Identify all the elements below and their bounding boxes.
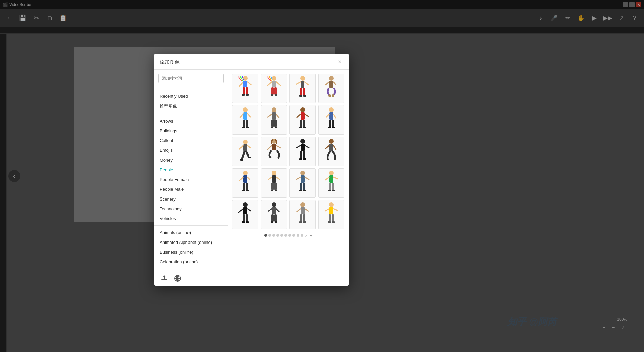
svg-point-52 [300,107,305,112]
person-figure-8 [321,106,341,133]
image-cell-2[interactable] [261,74,287,103]
image-cell-18[interactable] [261,200,287,229]
image-cell-14[interactable] [261,168,287,198]
svg-line-70 [239,145,243,149]
sidebar-item-vehicles[interactable]: Vehicles [154,214,228,223]
sidebar-item-arrows[interactable]: Arrows [154,116,228,126]
sidebar-item-recently-used[interactable]: Recently Used [154,91,228,101]
pagination-dot-6[interactable] [284,234,287,237]
sidebar-item-celebration-online[interactable]: Celebration (online) [154,257,228,267]
sidebar-item-scenery[interactable]: Scenery [154,194,228,204]
image-cell-10[interactable] [261,137,287,166]
pagination-dot-1[interactable] [264,234,267,237]
svg-rect-129 [246,214,248,222]
svg-rect-104 [271,183,274,190]
svg-rect-18 [275,94,277,96]
sidebar-item-people[interactable]: People [154,165,228,175]
svg-line-13 [267,82,272,86]
svg-line-78 [267,145,272,150]
svg-rect-42 [242,127,245,128]
svg-rect-93 [243,175,247,183]
upload-icon[interactable] [160,274,169,283]
image-cell-7[interactable] [289,105,316,135]
pagination-last-button[interactable]: » [309,233,313,238]
image-cell-12[interactable] [318,137,344,166]
search-input[interactable] [158,74,224,83]
image-cell-1[interactable] [232,74,258,103]
sidebar-item-business-online[interactable]: Business (online) [154,247,228,257]
pagination-dot-7[interactable] [288,234,291,237]
image-cell-3[interactable] [289,74,316,103]
svg-line-38 [240,113,243,118]
svg-point-34 [328,94,331,97]
image-cell-6[interactable] [261,105,287,135]
sidebar-item-people-male[interactable]: People Male [154,184,228,194]
svg-rect-15 [271,87,274,95]
image-cell-5[interactable] [232,105,258,135]
image-cell-8[interactable] [318,105,344,135]
pagination-dot-9[interactable] [297,234,299,237]
svg-rect-4 [243,87,245,94]
svg-line-71 [247,145,251,148]
svg-point-92 [243,171,248,175]
svg-point-80 [300,139,305,144]
image-cell-16[interactable] [318,168,344,198]
image-cell-17[interactable] [232,200,258,229]
sidebar-item-technology[interactable]: Technology [154,204,228,214]
svg-rect-107 [275,190,277,191]
svg-rect-86 [299,158,302,160]
pagination-next-button[interactable]: › [305,233,308,238]
modal-title: 添加图像 [160,59,180,65]
image-cell-15[interactable] [289,168,316,198]
svg-line-102 [268,177,272,180]
svg-rect-128 [243,214,245,222]
image-cell-19[interactable] [289,200,316,229]
person-figure-17 [235,201,255,228]
svg-point-44 [272,107,276,112]
svg-line-150 [325,209,329,211]
person-figure-13 [235,170,255,196]
sidebar-item-buildings[interactable]: Buildings [154,126,228,136]
svg-rect-59 [303,127,306,128]
pagination-dot-2[interactable] [268,234,271,237]
svg-line-3 [247,82,251,85]
svg-line-90 [325,145,329,149]
image-cell-20[interactable] [318,200,344,229]
image-cell-4[interactable] [318,74,344,103]
sidebar-item-emojis[interactable]: Emojis [154,145,228,155]
sidebar-item-recommended[interactable]: 推荐图像 [154,101,228,112]
pagination-dot-3[interactable] [272,234,275,237]
image-cell-9[interactable] [232,137,258,166]
sidebar-item-callout[interactable]: Callout [154,136,228,145]
sidebar-item-animated-alphabet[interactable]: Animated Alphabet (online) [154,237,228,247]
svg-point-22 [300,76,305,81]
sidebar-item-animals-online[interactable]: Animals (online) [154,228,228,237]
sidebar-item-money[interactable]: Money [154,155,228,165]
svg-rect-89 [329,144,333,151]
svg-rect-84 [300,151,302,159]
add-image-modal: 添加图像 × Recently Used 推荐图像 Arrows Buildin… [154,54,349,286]
pagination-dot-10[interactable] [301,234,303,237]
pagination-dot-5[interactable] [280,234,283,237]
svg-line-103 [276,177,280,180]
svg-rect-56 [300,120,302,127]
image-cell-13[interactable] [232,168,258,198]
svg-point-100 [272,171,276,175]
globe-icon[interactable] [173,274,182,283]
pagination-dot-4[interactable] [276,234,279,237]
svg-rect-27 [303,88,305,95]
svg-rect-65 [332,120,334,127]
pagination-dot-8[interactable] [292,234,295,237]
svg-rect-45 [272,112,276,120]
person-figure-14 [264,170,284,196]
person-figure-12 [321,138,341,165]
sidebar-item-people-female[interactable]: People Female [154,175,228,184]
modal-sidebar: Recently Used 推荐图像 Arrows Buildings Call… [154,70,228,271]
svg-rect-147 [303,221,306,223]
image-cell-11[interactable] [289,137,316,166]
svg-rect-77 [272,144,276,150]
modal-image-content: › » [228,70,349,271]
svg-rect-138 [271,221,273,223]
image-grid [232,74,345,229]
modal-close-button[interactable]: × [336,58,343,66]
